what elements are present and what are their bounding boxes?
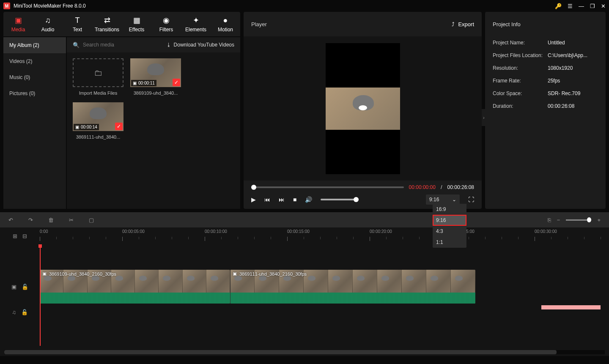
import-media-button[interactable]: 🗀 Import Media Files xyxy=(73,58,123,96)
cat-videos[interactable]: Videos (2) xyxy=(3,53,66,69)
play-button[interactable]: ▶ xyxy=(251,196,256,203)
undo-button[interactable]: ↶ xyxy=(8,217,13,223)
clip-icon: ▣ xyxy=(233,271,237,276)
timeline-panel: ↶ ↷ 🗑 ✂ ▢ ⎘ − + ⊞ ⊟ 0:0000:00:05:0000:00… xyxy=(0,212,609,356)
library-tabs: ▣Media ♫Audio TText ⇄Transitions ▦Effect… xyxy=(3,12,240,36)
chevron-down-icon: ⌄ xyxy=(452,197,456,203)
seek-slider[interactable] xyxy=(251,186,404,188)
timeline-scrollbar[interactable] xyxy=(4,350,605,354)
media-item[interactable]: ▣00:00:14 ✓ 3869111-uhd_3840... xyxy=(73,102,123,140)
fit-timeline-button[interactable]: ⎘ xyxy=(548,217,551,223)
aspect-option-9-16[interactable]: 9:16 xyxy=(433,215,466,226)
redo-button[interactable]: ↷ xyxy=(28,217,33,223)
close-button[interactable]: ✕ xyxy=(601,3,606,9)
prev-frame-button[interactable]: ⏮ xyxy=(264,196,270,203)
aspect-option-4-3[interactable]: 4:3 xyxy=(433,226,466,237)
menu-icon[interactable]: ☰ xyxy=(568,3,573,9)
project-info-panel: › Project Info Project Name:Untitled Pro… xyxy=(485,12,606,209)
elements-icon: ✦ xyxy=(193,16,199,25)
fullscreen-button[interactable]: ⛶ xyxy=(468,196,474,203)
search-input[interactable] xyxy=(83,42,163,48)
export-button[interactable]: ⤴Export xyxy=(452,21,474,27)
video-track: ▣ 🔓 ▣3869109-uhd_3840_2160_30fps ▣386911… xyxy=(0,270,609,304)
export-icon: ⤴ xyxy=(452,21,455,27)
maximize-button[interactable]: ❐ xyxy=(590,3,595,9)
cat-music[interactable]: Music (0) xyxy=(3,69,66,85)
effects-icon: ▦ xyxy=(133,16,140,25)
preview-viewport[interactable] xyxy=(244,36,482,181)
motion-icon: ● xyxy=(223,16,228,25)
player-label: Player xyxy=(251,21,452,27)
volume-icon[interactable]: 🔊 xyxy=(305,196,312,203)
framerate-value: 25fps xyxy=(548,78,598,84)
app-title: MiniTool MovieMaker Free 8.0.0 xyxy=(14,3,555,9)
clip-icon: ▣ xyxy=(42,271,47,276)
lock-track-button[interactable]: 🔓 xyxy=(21,309,28,315)
tab-filters[interactable]: ◉Filters xyxy=(151,12,181,36)
media-item[interactable]: ▣00:00:11 ✓ 3869109-uhd_3840... xyxy=(130,58,181,96)
aspect-option-1-1[interactable]: 1:1 xyxy=(433,237,466,248)
split-button[interactable]: ✂ xyxy=(69,217,74,223)
search-icon: 🔍 xyxy=(73,42,80,48)
tab-motion[interactable]: ●Motion xyxy=(211,12,240,36)
tab-effects[interactable]: ▦Effects xyxy=(122,12,151,36)
cat-pictures[interactable]: Pictures (0) xyxy=(3,85,66,101)
duration-value: 00:00:26:08 xyxy=(548,103,598,109)
video-icon: ▣ xyxy=(75,125,79,129)
timeline-toolbar: ↶ ↷ 🗑 ✂ ▢ ⎘ − + xyxy=(0,212,609,227)
crop-button[interactable]: ▢ xyxy=(89,217,94,223)
tab-transitions[interactable]: ⇄Transitions xyxy=(92,12,122,36)
title-bar: M MiniTool MovieMaker Free 8.0.0 🔑 ☰ — ❐… xyxy=(0,0,609,12)
timeline-clip[interactable]: ▣3869109-uhd_3840_2160_30fps xyxy=(40,270,230,304)
stop-button[interactable]: ■ xyxy=(293,196,296,203)
category-list: My Album (2) Videos (2) Music (0) Pictur… xyxy=(3,37,67,209)
aspect-ratio-select[interactable]: 9:16 ⌄ xyxy=(426,194,460,205)
download-youtube-button[interactable]: ⭳Download YouTube Videos xyxy=(166,42,234,48)
audio-track: ♫ 🔓 xyxy=(0,304,609,320)
checkmark-icon: ✓ xyxy=(115,123,123,130)
delete-button[interactable]: 🗑 xyxy=(48,217,54,223)
video-track-icon: ▣ xyxy=(11,284,16,290)
app-logo-icon: M xyxy=(3,3,10,9)
watermark-indicator xyxy=(541,305,601,309)
text-icon: T xyxy=(75,16,80,25)
project-info-title: Project Info xyxy=(485,12,606,36)
cat-my-album[interactable]: My Album (2) xyxy=(3,37,66,53)
zoom-out-button[interactable]: − xyxy=(557,217,560,223)
download-icon: ⭳ xyxy=(166,42,171,48)
tab-media[interactable]: ▣Media xyxy=(3,12,33,36)
upgrade-key-icon[interactable]: 🔑 xyxy=(555,3,562,9)
preview-frame xyxy=(326,43,400,174)
timeline-ruler[interactable]: ⊞ ⊟ 0:0000:00:05:0000:00:10:0000:00:15:0… xyxy=(0,227,609,244)
add-track-button[interactable]: ⊞ xyxy=(13,233,17,239)
aspect-option-16-9[interactable]: 16:9 xyxy=(433,204,466,215)
video-icon: ▣ xyxy=(133,81,137,85)
music-note-icon: ♫ xyxy=(12,309,16,315)
time-duration: 00:00:26:08 xyxy=(447,184,474,190)
volume-slider[interactable] xyxy=(321,199,359,200)
playhead[interactable] xyxy=(40,244,41,346)
colorspace-value: SDR- Rec.709 xyxy=(548,90,598,96)
aspect-ratio-menu: 16:9 9:16 4:3 1:1 xyxy=(433,204,466,248)
library-panel: ▣Media ♫Audio TText ⇄Transitions ▦Effect… xyxy=(3,12,240,209)
filters-icon: ◉ xyxy=(163,16,170,25)
zoom-slider[interactable] xyxy=(566,219,591,221)
media-grid: 🗀 Import Media Files ▣00:00:11 ✓ 3869109… xyxy=(67,52,240,209)
tab-elements[interactable]: ✦Elements xyxy=(181,12,211,36)
project-name-value: Untitled xyxy=(548,40,598,46)
lock-track-button[interactable]: 🔓 xyxy=(22,284,28,290)
checkmark-icon: ✓ xyxy=(173,79,180,86)
tab-text[interactable]: TText xyxy=(63,12,92,36)
next-frame-button[interactable]: ⏭ xyxy=(279,196,285,203)
timeline-clip[interactable]: ▣3869111-uhd_3840_2160_30fps xyxy=(230,270,475,304)
tab-audio[interactable]: ♫Audio xyxy=(33,12,63,36)
resolution-value: 1080x1920 xyxy=(548,65,598,71)
collapse-info-button[interactable]: › xyxy=(482,109,486,126)
time-current: 00:00:00:00 xyxy=(409,184,436,190)
music-note-icon: ♫ xyxy=(45,16,51,25)
minimize-button[interactable]: — xyxy=(579,3,584,9)
project-location-value: C:\Users\bj\App... xyxy=(548,52,598,58)
track-manager-button[interactable]: ⊟ xyxy=(22,233,27,239)
zoom-in-button[interactable]: + xyxy=(597,217,601,223)
transitions-icon: ⇄ xyxy=(104,16,110,25)
